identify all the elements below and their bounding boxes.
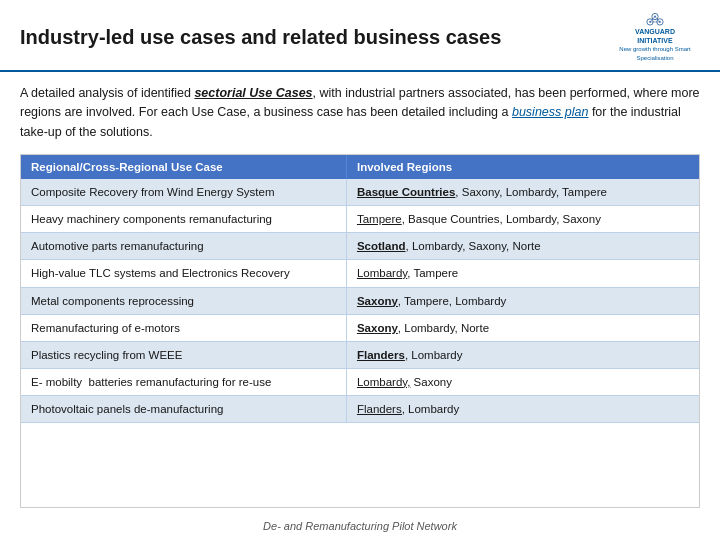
regions-cell: Saxony, Lombardy, Norte bbox=[346, 314, 699, 341]
regions-cell: Lombardy, Saxony bbox=[346, 368, 699, 395]
page-title: Industry-led use cases and related busin… bbox=[20, 26, 501, 49]
table-row: Heavy machinery components remanufacturi… bbox=[21, 206, 699, 233]
header: Industry-led use cases and related busin… bbox=[0, 0, 720, 72]
region-underline: Basque Countries bbox=[357, 186, 455, 198]
use-case-cell: Metal components reprocessing bbox=[21, 287, 346, 314]
table: Regional/Cross-Regional Use Case Involve… bbox=[21, 155, 699, 423]
use-cases-table: Regional/Cross-Regional Use Case Involve… bbox=[20, 154, 700, 508]
table-row: E- mobilty batteries remanufacturing for… bbox=[21, 368, 699, 395]
regions-cell: Flanders, Lombardy bbox=[346, 395, 699, 422]
use-case-cell: Composite Recovery from Wind Energy Syst… bbox=[21, 179, 346, 206]
sectorial-use-cases-link: sectorial Use Cases bbox=[194, 86, 312, 100]
region-underline: Scotland bbox=[357, 240, 406, 252]
use-case-cell: High-value TLC systems and Electronics R… bbox=[21, 260, 346, 287]
business-plan-link: business plan bbox=[512, 105, 588, 119]
page: Industry-led use cases and related busin… bbox=[0, 0, 720, 540]
col-header-use-case: Regional/Cross-Regional Use Case bbox=[21, 155, 346, 179]
use-case-cell: E- mobilty batteries remanufacturing for… bbox=[21, 368, 346, 395]
footer-text: De- and Remanufacturing Pilot Network bbox=[263, 520, 457, 532]
main-content: A detailed analysis of identified sector… bbox=[0, 72, 720, 514]
regions-cell: Scotland, Lombardy, Saxony, Norte bbox=[346, 233, 699, 260]
use-case-cell: Remanufacturing of e-motors bbox=[21, 314, 346, 341]
table-row: High-value TLC systems and Electronics R… bbox=[21, 260, 699, 287]
use-case-cell: Heavy machinery components remanufacturi… bbox=[21, 206, 346, 233]
svg-line-6 bbox=[650, 17, 655, 22]
table-row: Metal components reprocessing Saxony, Ta… bbox=[21, 287, 699, 314]
use-case-cell: Automotive parts remanufacturing bbox=[21, 233, 346, 260]
logo-text: VANGUARDINITIATIVENew growth through Sma… bbox=[610, 28, 700, 62]
regions-cell: Lombardy, Tampere bbox=[346, 260, 699, 287]
description-text: A detailed analysis of identified sector… bbox=[20, 84, 700, 142]
use-case-cell: Photovoltaic panels de-manufacturing bbox=[21, 395, 346, 422]
region-underline: Lombardy bbox=[357, 267, 407, 279]
regions-cell: Saxony, Tampere, Lombardy bbox=[346, 287, 699, 314]
table-row: Photovoltaic panels de-manufacturing Fla… bbox=[21, 395, 699, 422]
col-header-regions: Involved Regions bbox=[346, 155, 699, 179]
svg-line-7 bbox=[655, 17, 660, 22]
region-underline: Saxony bbox=[357, 295, 398, 307]
table-row: Plastics recycling from WEEE Flanders, L… bbox=[21, 341, 699, 368]
regions-cell: Flanders, Lombardy bbox=[346, 341, 699, 368]
region-underline: Lombardy, bbox=[357, 376, 410, 388]
regions-cell: Basque Countries, Saxony, Lombardy, Tamp… bbox=[346, 179, 699, 206]
table-row: Composite Recovery from Wind Energy Syst… bbox=[21, 179, 699, 206]
logo: VANGUARDINITIATIVENew growth through Sma… bbox=[610, 12, 700, 62]
table-row: Remanufacturing of e-motors Saxony, Lomb… bbox=[21, 314, 699, 341]
region-underline: Flanders, bbox=[357, 403, 405, 415]
use-case-cell: Plastics recycling from WEEE bbox=[21, 341, 346, 368]
vanguard-logo-icon bbox=[629, 12, 681, 26]
table-header-row: Regional/Cross-Regional Use Case Involve… bbox=[21, 155, 699, 179]
footer: De- and Remanufacturing Pilot Network bbox=[0, 514, 720, 540]
region-underline: Tampere bbox=[357, 213, 402, 225]
region-underline: Flanders bbox=[357, 349, 405, 361]
table-row: Automotive parts remanufacturing Scotlan… bbox=[21, 233, 699, 260]
region-underline: Saxony bbox=[357, 322, 398, 334]
regions-cell: Tampere, Basque Countries, Lombardy, Sax… bbox=[346, 206, 699, 233]
